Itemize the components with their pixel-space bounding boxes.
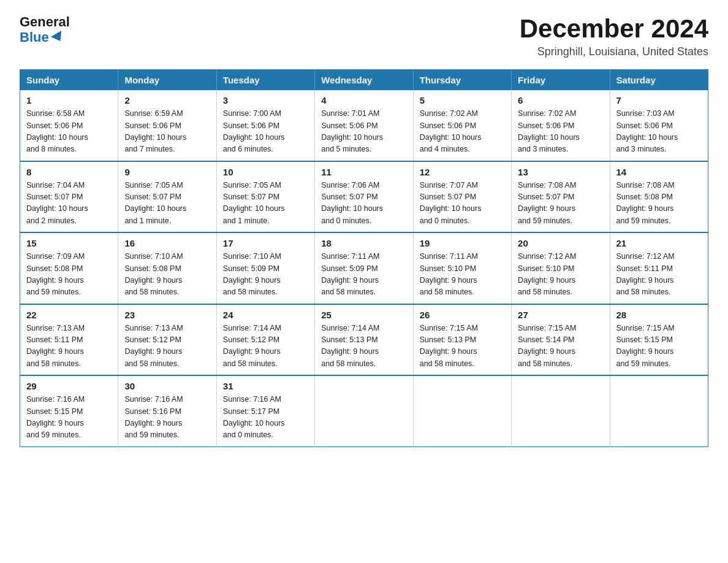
day-info: Sunrise: 7:16 AMSunset: 5:17 PMDaylight:… bbox=[223, 394, 308, 442]
day-number: 16 bbox=[124, 238, 210, 248]
day-info: Sunrise: 7:14 AMSunset: 5:13 PMDaylight:… bbox=[321, 323, 406, 370]
location-subtitle: Springhill, Louisiana, United States bbox=[520, 45, 708, 58]
day-info: Sunrise: 7:05 AMSunset: 5:07 PMDaylight:… bbox=[223, 180, 308, 228]
day-info: Sunrise: 7:12 AMSunset: 5:11 PMDaylight:… bbox=[616, 251, 702, 299]
calendar-cell: 1Sunrise: 6:58 AMSunset: 5:06 PMDaylight… bbox=[20, 90, 118, 161]
day-number: 5 bbox=[420, 95, 505, 105]
day-header-monday: Monday bbox=[118, 70, 216, 91]
calendar-cell: 8Sunrise: 7:04 AMSunset: 5:07 PMDaylight… bbox=[20, 161, 118, 233]
day-info: Sunrise: 7:11 AMSunset: 5:10 PMDaylight:… bbox=[420, 251, 505, 299]
day-header-row: SundayMondayTuesdayWednesdayThursdayFrid… bbox=[20, 70, 708, 91]
day-number: 11 bbox=[321, 167, 406, 177]
day-number: 14 bbox=[616, 167, 702, 177]
day-number: 3 bbox=[223, 95, 308, 105]
calendar-cell: 29Sunrise: 7:16 AMSunset: 5:15 PMDayligh… bbox=[20, 375, 118, 446]
calendar-cell: 9Sunrise: 7:05 AMSunset: 5:07 PMDaylight… bbox=[118, 161, 216, 233]
calendar-week-row: 1Sunrise: 6:58 AMSunset: 5:06 PMDaylight… bbox=[20, 90, 708, 161]
calendar-cell: 22Sunrise: 7:13 AMSunset: 5:11 PMDayligh… bbox=[20, 304, 118, 376]
day-number: 8 bbox=[26, 167, 112, 177]
day-header-wednesday: Wednesday bbox=[315, 70, 413, 91]
day-info: Sunrise: 7:10 AMSunset: 5:08 PMDaylight:… bbox=[124, 251, 210, 299]
day-info: Sunrise: 7:16 AMSunset: 5:16 PMDaylight:… bbox=[124, 394, 210, 442]
day-header-friday: Friday bbox=[512, 70, 610, 91]
day-info: Sunrise: 7:08 AMSunset: 5:07 PMDaylight:… bbox=[518, 180, 603, 228]
calendar-cell bbox=[413, 375, 511, 446]
day-info: Sunrise: 7:02 AMSunset: 5:06 PMDaylight:… bbox=[518, 108, 603, 156]
day-info: Sunrise: 7:03 AMSunset: 5:06 PMDaylight:… bbox=[616, 108, 702, 156]
day-number: 31 bbox=[223, 381, 308, 391]
day-header-tuesday: Tuesday bbox=[216, 70, 314, 91]
calendar-cell: 23Sunrise: 7:13 AMSunset: 5:12 PMDayligh… bbox=[118, 304, 216, 376]
day-header-thursday: Thursday bbox=[413, 70, 511, 91]
calendar-cell: 6Sunrise: 7:02 AMSunset: 5:06 PMDaylight… bbox=[512, 90, 610, 161]
calendar-body: 1Sunrise: 6:58 AMSunset: 5:06 PMDaylight… bbox=[20, 90, 708, 446]
day-info: Sunrise: 7:13 AMSunset: 5:11 PMDaylight:… bbox=[26, 323, 112, 370]
calendar-cell: 10Sunrise: 7:05 AMSunset: 5:07 PMDayligh… bbox=[216, 161, 314, 233]
calendar-table: SundayMondayTuesdayWednesdayThursdayFrid… bbox=[20, 69, 708, 447]
day-number: 27 bbox=[518, 310, 603, 320]
calendar-cell: 24Sunrise: 7:14 AMSunset: 5:12 PMDayligh… bbox=[216, 304, 314, 376]
day-info: Sunrise: 7:02 AMSunset: 5:06 PMDaylight:… bbox=[420, 108, 505, 156]
logo-general-text: General bbox=[20, 15, 70, 29]
day-info: Sunrise: 7:12 AMSunset: 5:10 PMDaylight:… bbox=[518, 251, 603, 299]
calendar-cell: 4Sunrise: 7:01 AMSunset: 5:06 PMDaylight… bbox=[315, 90, 413, 161]
calendar-cell: 31Sunrise: 7:16 AMSunset: 5:17 PMDayligh… bbox=[216, 375, 314, 446]
day-number: 9 bbox=[124, 167, 210, 177]
day-number: 21 bbox=[616, 238, 702, 248]
logo-triangle-icon bbox=[51, 31, 66, 44]
calendar-cell: 25Sunrise: 7:14 AMSunset: 5:13 PMDayligh… bbox=[315, 304, 413, 376]
day-number: 15 bbox=[26, 238, 112, 248]
calendar-cell: 17Sunrise: 7:10 AMSunset: 5:09 PMDayligh… bbox=[216, 232, 314, 304]
day-number: 12 bbox=[420, 167, 505, 177]
calendar-cell: 27Sunrise: 7:15 AMSunset: 5:14 PMDayligh… bbox=[512, 304, 610, 376]
day-info: Sunrise: 7:07 AMSunset: 5:07 PMDaylight:… bbox=[420, 180, 505, 228]
day-number: 10 bbox=[223, 167, 308, 177]
day-info: Sunrise: 7:01 AMSunset: 5:06 PMDaylight:… bbox=[321, 108, 406, 156]
day-info: Sunrise: 7:08 AMSunset: 5:08 PMDaylight:… bbox=[616, 180, 702, 228]
day-info: Sunrise: 7:14 AMSunset: 5:12 PMDaylight:… bbox=[223, 323, 308, 370]
day-info: Sunrise: 7:05 AMSunset: 5:07 PMDaylight:… bbox=[124, 180, 210, 228]
day-number: 17 bbox=[223, 238, 308, 248]
calendar-cell: 11Sunrise: 7:06 AMSunset: 5:07 PMDayligh… bbox=[315, 161, 413, 233]
day-number: 20 bbox=[518, 238, 603, 248]
calendar-cell bbox=[315, 375, 413, 446]
day-number: 7 bbox=[616, 95, 702, 105]
calendar-cell: 3Sunrise: 7:00 AMSunset: 5:06 PMDaylight… bbox=[216, 90, 314, 161]
day-header-saturday: Saturday bbox=[610, 70, 708, 91]
calendar-cell: 12Sunrise: 7:07 AMSunset: 5:07 PMDayligh… bbox=[413, 161, 511, 233]
calendar-cell: 18Sunrise: 7:11 AMSunset: 5:09 PMDayligh… bbox=[315, 232, 413, 304]
day-info: Sunrise: 6:59 AMSunset: 5:06 PMDaylight:… bbox=[124, 108, 210, 156]
day-number: 24 bbox=[223, 310, 308, 320]
day-header-sunday: Sunday bbox=[20, 70, 118, 91]
page-header: General Blue December 2024 Springhill, L… bbox=[20, 15, 708, 58]
title-block: December 2024 Springhill, Louisiana, Uni… bbox=[520, 15, 708, 58]
day-number: 30 bbox=[124, 381, 210, 391]
calendar-cell: 14Sunrise: 7:08 AMSunset: 5:08 PMDayligh… bbox=[610, 161, 708, 233]
day-info: Sunrise: 7:15 AMSunset: 5:13 PMDaylight:… bbox=[420, 323, 505, 370]
month-year-title: December 2024 bbox=[520, 15, 708, 43]
day-info: Sunrise: 7:06 AMSunset: 5:07 PMDaylight:… bbox=[321, 180, 406, 228]
calendar-cell: 28Sunrise: 7:15 AMSunset: 5:15 PMDayligh… bbox=[610, 304, 708, 376]
calendar-cell: 30Sunrise: 7:16 AMSunset: 5:16 PMDayligh… bbox=[118, 375, 216, 446]
day-info: Sunrise: 6:58 AMSunset: 5:06 PMDaylight:… bbox=[26, 108, 112, 156]
day-number: 29 bbox=[26, 381, 112, 391]
calendar-cell: 21Sunrise: 7:12 AMSunset: 5:11 PMDayligh… bbox=[610, 232, 708, 304]
calendar-cell: 15Sunrise: 7:09 AMSunset: 5:08 PMDayligh… bbox=[20, 232, 118, 304]
calendar-cell: 19Sunrise: 7:11 AMSunset: 5:10 PMDayligh… bbox=[413, 232, 511, 304]
day-number: 18 bbox=[321, 238, 406, 248]
day-number: 28 bbox=[616, 310, 702, 320]
day-info: Sunrise: 7:09 AMSunset: 5:08 PMDaylight:… bbox=[26, 251, 112, 299]
calendar-week-row: 22Sunrise: 7:13 AMSunset: 5:11 PMDayligh… bbox=[20, 304, 708, 376]
day-info: Sunrise: 7:11 AMSunset: 5:09 PMDaylight:… bbox=[321, 251, 406, 299]
logo: General Blue bbox=[20, 15, 70, 45]
day-number: 13 bbox=[518, 167, 603, 177]
day-number: 4 bbox=[321, 95, 406, 105]
day-info: Sunrise: 7:00 AMSunset: 5:06 PMDaylight:… bbox=[223, 108, 308, 156]
day-info: Sunrise: 7:13 AMSunset: 5:12 PMDaylight:… bbox=[124, 323, 210, 370]
calendar-week-row: 15Sunrise: 7:09 AMSunset: 5:08 PMDayligh… bbox=[20, 232, 708, 304]
calendar-cell bbox=[610, 375, 708, 446]
day-info: Sunrise: 7:16 AMSunset: 5:15 PMDaylight:… bbox=[26, 394, 112, 442]
day-info: Sunrise: 7:10 AMSunset: 5:09 PMDaylight:… bbox=[223, 251, 308, 299]
calendar-cell: 7Sunrise: 7:03 AMSunset: 5:06 PMDaylight… bbox=[610, 90, 708, 161]
day-number: 2 bbox=[124, 95, 210, 105]
